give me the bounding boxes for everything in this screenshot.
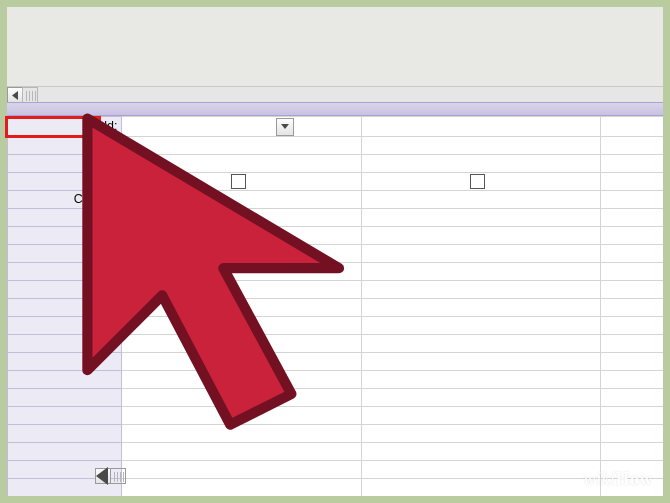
relationships-pane[interactable] [7,7,663,79]
field-dropdown-button[interactable] [276,118,294,136]
show-col3[interactable] [601,172,663,190]
qbe-grid: Field: Table: [7,116,663,496]
query-design-grid: Field: Table: [7,116,663,496]
show-checkbox[interactable] [231,174,246,189]
scroll-left-button[interactable] [7,87,23,103]
field-col2[interactable] [361,117,600,137]
row-criteria: Criteria: [8,190,664,208]
show-checkbox[interactable] [470,174,485,189]
row-or: or: [8,208,664,226]
row-field: Field: [8,117,664,137]
svg-marker-2 [96,467,108,485]
scroll-grip-icon [110,468,126,484]
app-frame: Field: Table: [0,0,670,503]
row-show: Show: [8,172,664,190]
row-label-sort: Sort: [8,154,122,172]
svg-marker-0 [12,91,18,100]
svg-marker-1 [281,124,289,129]
row-label-or: or: [8,208,122,226]
field-col3[interactable] [601,117,663,137]
row-label-table: Table: [8,136,122,154]
lower-hscroll-stub [95,468,126,484]
row-label-criteria: Criteria: [8,190,122,208]
show-col2[interactable] [361,172,600,190]
scroll-grip-icon [22,87,38,103]
show-col1[interactable] [122,172,361,190]
pane-splitter[interactable] [7,102,663,116]
scroll-left-button[interactable] [95,468,111,484]
row-sort: Sort: [8,154,664,172]
row-label-show: Show: [8,172,122,190]
row-table: Table: [8,136,664,154]
row-label-field: Field: [8,117,122,137]
field-col1[interactable] [122,117,361,137]
